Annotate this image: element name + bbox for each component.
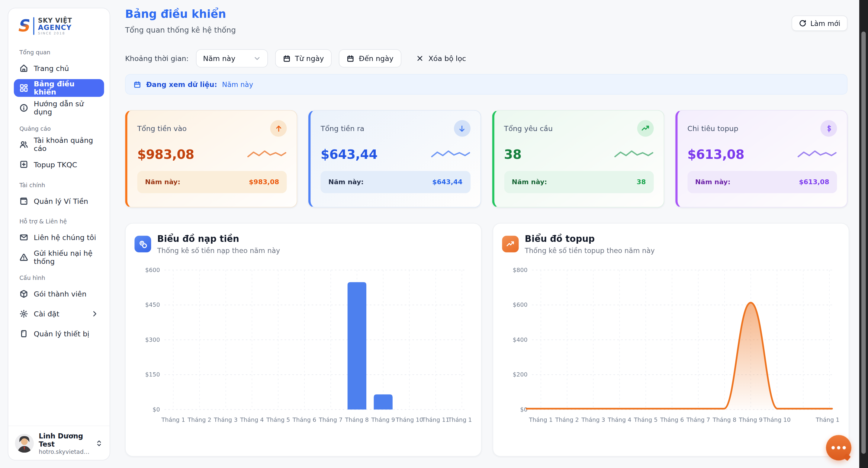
- svg-text:Tháng 1: Tháng 1: [529, 416, 553, 423]
- stat-footer-value: 38: [637, 178, 646, 186]
- chart-plot: $0$200$400$600$800Tháng 1Tháng 2Tháng 3T…: [502, 260, 840, 429]
- svg-text:$150: $150: [145, 371, 160, 378]
- scrollbar-thumb[interactable]: [861, 31, 866, 454]
- info-icon: [19, 104, 28, 113]
- svg-text:Tháng 3: Tháng 3: [581, 416, 605, 423]
- dashboard-icon: [19, 84, 28, 93]
- svg-text:Tháng 9: Tháng 9: [739, 416, 763, 423]
- stat-card: Tổng tiền vào $983,08 Năm này: $983,08: [125, 110, 297, 208]
- stat-footer-value: $983,08: [249, 178, 279, 186]
- viewing-data-label: Đang xem dữ liệu:: [146, 80, 217, 89]
- sidebar-item-info[interactable]: Hướng dẫn sử dụng: [14, 99, 104, 117]
- refresh-label: Làm mới: [810, 19, 840, 27]
- sidebar-item-square-plus[interactable]: Topup TKQC: [14, 156, 104, 174]
- svg-text:Tháng 5: Tháng 5: [266, 416, 290, 423]
- chat-dots-icon: [832, 446, 846, 449]
- stat-footer-label: Năm này:: [328, 178, 364, 186]
- sidebar-item-users[interactable]: Tài khoản quảng cáo: [14, 136, 104, 154]
- scrollbar-track[interactable]: [859, 0, 868, 468]
- sidebar-item-gear[interactable]: Cài đặt: [14, 305, 104, 323]
- home-icon: [19, 64, 28, 73]
- refresh-button[interactable]: Làm mới: [792, 15, 847, 31]
- brand-logo: S SKY VIỆT AGENCY SINCE 2018: [14, 15, 104, 40]
- coins-icon: [134, 236, 151, 252]
- sidebar-item-package[interactable]: Gói thành viên: [14, 285, 104, 303]
- device-icon: [19, 330, 28, 338]
- user-menu[interactable]: Linh Dương Test hotro.skyvietads@gmai...: [8, 426, 109, 460]
- to-date-button[interactable]: Đến ngày: [339, 49, 401, 67]
- logo-divider: [33, 17, 34, 35]
- sidebar-item-device[interactable]: Quản lý thiết bị: [14, 325, 104, 343]
- stat-title: Tổng tiền vào: [137, 124, 187, 132]
- svg-text:Tháng 11: Tháng 11: [422, 416, 450, 423]
- chat-button[interactable]: [826, 435, 851, 461]
- sidebar-section-label: Cấu hình: [19, 275, 98, 281]
- viewing-data-banner: Đang xem dữ liệu: Năm này: [125, 74, 847, 95]
- dollar-icon: [820, 120, 837, 137]
- sidebar-item-dashboard[interactable]: Bảng điều khiển: [14, 80, 104, 97]
- brand-since: SINCE 2018: [38, 32, 72, 35]
- svg-text:Tháng 6: Tháng 6: [292, 416, 316, 423]
- clear-filters-label: Xóa bộ lọc: [428, 54, 466, 62]
- clear-filters-button[interactable]: Xóa bộ lọc: [411, 49, 472, 67]
- page-subtitle: Tổng quan thống kê hệ thống: [125, 25, 236, 34]
- sparkline: [247, 148, 287, 161]
- svg-text:$450: $450: [145, 301, 160, 308]
- svg-text:Tháng 5: Tháng 5: [633, 416, 657, 423]
- page-title: Bảng điều khiển: [125, 7, 236, 21]
- from-date-button[interactable]: Từ ngày: [275, 49, 332, 67]
- calendar-icon: [133, 81, 141, 89]
- svg-text:Tháng 8: Tháng 8: [345, 416, 369, 423]
- svg-text:$300: $300: [145, 336, 160, 343]
- sparkline: [430, 148, 470, 161]
- stat-card: Tổng yêu cầu 38 Năm này: 38: [492, 110, 664, 208]
- stat-title: Tổng yêu cầu: [504, 124, 553, 132]
- sidebar-item-mail[interactable]: Liên hệ chúng tôi: [14, 229, 104, 247]
- sidebar-item-alert-triangle[interactable]: Gửi khiếu nại hệ thống: [14, 249, 104, 267]
- stat-footer-label: Năm này:: [145, 178, 180, 186]
- screen: S SKY VIỆT AGENCY SINCE 2018 Tổng quanTr…: [0, 0, 868, 468]
- chart-card-area: Biểu đồ topup Thống kê số tiền topup the…: [493, 223, 849, 457]
- svg-text:Tháng 7: Tháng 7: [686, 416, 710, 423]
- x-icon: [416, 55, 424, 62]
- trending-up-icon: [637, 120, 654, 137]
- time-range-label: Khoảng thời gian:: [125, 54, 188, 62]
- sparkline: [797, 148, 837, 161]
- logo-mark: S: [17, 18, 29, 34]
- sidebar-section-label: Hỗ trợ & Liên hệ: [19, 218, 98, 225]
- period-select[interactable]: Năm này: [196, 49, 268, 67]
- stat-value: $613,08: [687, 147, 744, 162]
- stats-row: Tổng tiền vào $983,08 Năm này: $983,08 T…: [125, 110, 847, 208]
- stat-footer-label: Năm này:: [695, 178, 731, 186]
- sidebar: S SKY VIỆT AGENCY SINCE 2018 Tổng quanTr…: [8, 8, 110, 461]
- sidebar-item-label: Quản lý thiết bị: [34, 330, 98, 338]
- svg-text:Tháng 1: Tháng 1: [161, 416, 185, 423]
- sidebar-item-label: Liên hệ chúng tôi: [34, 233, 98, 242]
- brand-name-bottom: AGENCY: [38, 24, 72, 31]
- sidebar-item-label: Bảng điều khiển: [34, 80, 98, 97]
- to-date-label: Đến ngày: [359, 54, 394, 62]
- stat-footer-label: Năm này:: [512, 178, 547, 186]
- svg-text:Tháng 9: Tháng 9: [371, 416, 395, 423]
- stat-value: $643,44: [321, 147, 377, 162]
- sidebar-section-label: Tổng quan: [19, 49, 98, 56]
- sidebar-item-home[interactable]: Trang chủ: [14, 60, 104, 77]
- stat-card: Tổng tiền ra $643,44 Năm này: $643,44: [308, 110, 480, 208]
- users-icon: [19, 141, 28, 149]
- chart-card-bar: Biểu đồ nạp tiền Thống kê số tiền nạp th…: [125, 223, 482, 457]
- chart-plot: $0$150$300$450$600Tháng 1Tháng 2Tháng 3T…: [134, 260, 472, 429]
- sidebar-item-label: Topup TKQC: [34, 161, 98, 169]
- user-name: Linh Dương Test: [39, 432, 90, 448]
- arrow-down-icon: [454, 120, 470, 137]
- chevrons-up-down-icon: [95, 439, 103, 447]
- sidebar-item-wallet[interactable]: Quản lý Ví Tiền: [14, 192, 104, 210]
- sidebar-section-label: Tài chính: [19, 182, 98, 188]
- sidebar-nav: Tổng quanTrang chủBảng điều khiểnHướng d…: [14, 49, 104, 343]
- main-content: Bảng điều khiển Tổng quan thống kê hệ th…: [125, 0, 847, 468]
- sidebar-item-label: Cài đặt: [34, 310, 85, 318]
- svg-text:Tháng 10: Tháng 10: [763, 416, 791, 423]
- svg-text:Tháng 6: Tháng 6: [660, 416, 684, 423]
- viewing-data-value: Năm này: [222, 80, 253, 89]
- alert-triangle-icon: [19, 253, 28, 262]
- from-date-label: Từ ngày: [295, 54, 324, 62]
